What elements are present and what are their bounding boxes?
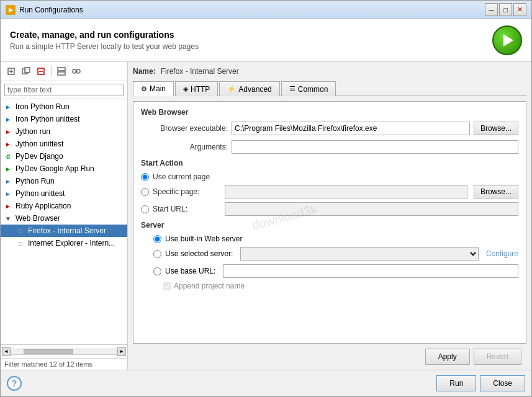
use-base-url-row: Use base URL: [141,264,518,278]
tree-item-pydev-django[interactable]: d PyDev Django [1,150,127,163]
use-builtin-label: Use built-in Web server [165,234,243,243]
base-url-input[interactable] [223,264,518,278]
run-icon-button[interactable] [492,25,522,55]
bottom-bar: Apply Revert [133,344,526,365]
jython-run-icon: ► [3,127,13,136]
browser-executable-input[interactable] [232,122,470,135]
run-configurations-window: ▶ Run Configurations ─ □ ✕ Create, manag… [0,0,532,397]
tree-item-web-browser[interactable]: ▼ Web Browser [1,212,127,225]
window-title: Run Configurations [19,6,83,14]
header-text: Create, manage, and run configurations R… [10,30,199,51]
start-url-label: Start URL: [153,205,221,213]
tree-item-python-run[interactable]: ► Python Run [1,175,127,187]
tree-item-pydev-google[interactable]: ► PyDev Google App Run [1,163,127,175]
tree-area[interactable]: ► Iron Python Run ► Iron Python unittest… [1,99,127,344]
common-tab-label: Common [298,85,328,94]
tree-item-jython-unittest[interactable]: ► Jython unittest [1,138,127,150]
start-action-group: Use current page Specific page: Browse..… [141,172,518,216]
close-button[interactable]: ✕ [513,3,526,16]
use-builtin-radio[interactable] [153,235,161,243]
tree-item-firefox-internal[interactable]: □ Firefox - Internal Server [1,225,127,237]
browse-specific-page-button[interactable]: Browse... [474,185,518,198]
web-browser-icon: ▼ [3,213,13,223]
use-current-page-radio[interactable] [141,173,149,181]
title-bar: ▶ Run Configurations ─ □ ✕ [1,1,531,19]
use-selected-row: Use selected server: Configure [141,247,518,261]
main-tab-label: Main [150,84,166,93]
tree-item-iron-python-run[interactable]: ► Iron Python Run [1,100,127,113]
tree-item-jython-run[interactable]: ► Jython run [1,125,127,138]
apply-button[interactable]: Apply [425,349,470,365]
link-selection-button[interactable] [70,65,83,78]
tree-item-ruby-application[interactable]: ► Ruby Application [1,200,127,212]
footer-right: Run Close [436,375,525,391]
use-base-url-label: Use base URL: [165,267,215,275]
start-action-section-title: Start Action [141,159,518,167]
scroll-left-button[interactable]: ◄ [2,347,11,356]
arguments-input[interactable] [232,140,518,154]
duplicate-config-button[interactable] [19,65,33,78]
start-url-input[interactable] [225,202,518,216]
run-button[interactable]: Run [436,375,476,391]
append-project-checkbox[interactable] [163,282,171,290]
collapse-all-button[interactable] [55,65,68,78]
browser-executable-row: Browser executable: Browse... [141,122,518,135]
iron-python-run-icon: ► [3,102,13,112]
right-panel: Name: Firefox - Internal Server ⚙ Main ◈… [128,62,531,370]
tree-item-iron-python-unittest[interactable]: ► Iron Python unittest [1,113,127,125]
horizontal-scrollbar[interactable] [11,349,117,355]
left-toolbar [1,62,127,81]
help-button[interactable]: ? [7,376,22,391]
new-config-button[interactable] [4,65,18,78]
close-footer-button[interactable]: Close [480,375,525,391]
advanced-tab-label: Advanced [238,85,271,94]
filter-input[interactable] [4,84,124,96]
specific-page-row: Specific page: Browse... [141,185,518,198]
filter-status: Filter matched 12 of 12 items [1,358,127,370]
ie-icon: □ [16,238,25,248]
web-browser-section-title: Web Browser [141,108,518,117]
browse-executable-button[interactable]: Browse... [474,122,518,135]
tab-advanced[interactable]: ⚡ Advanced [219,81,279,96]
specific-page-input[interactable] [225,185,467,198]
minimize-button[interactable]: ─ [485,3,498,16]
arguments-row: Arguments: [141,140,518,154]
configure-link[interactable]: Configure [486,249,518,258]
use-base-url-radio[interactable] [153,267,161,275]
append-project-row: Append project name [163,282,518,290]
firefox-internal-label: Firefox - Internal Server [28,226,106,235]
left-panel: ► Iron Python Run ► Iron Python unittest… [1,62,128,370]
tree-item-python-unittest[interactable]: ► Python unittest [1,187,127,200]
tab-http[interactable]: ◈ HTTP [175,81,218,96]
python-unittest-label: Python unittest [16,189,65,198]
specific-page-label: Specific page: [153,187,221,196]
tab-common[interactable]: ☰ Common [281,81,336,96]
server-section-title: Server [141,221,518,230]
iron-python-unittest-icon: ► [3,114,13,124]
tree-item-internet-explorer[interactable]: □ Internet Explorer - Intern... [1,237,127,249]
browser-executable-label: Browser executable: [141,124,228,133]
start-url-row: Start URL: [141,202,518,216]
window-controls: ─ □ ✕ [485,3,526,16]
use-current-page-row: Use current page [141,172,518,181]
horizontal-scrollbar-area: ◄ ► [1,344,127,358]
scroll-right-button[interactable]: ► [117,347,126,356]
python-run-icon: ► [3,176,13,186]
use-selected-radio[interactable] [153,250,161,258]
main-content: ► Iron Python Run ► Iron Python unittest… [1,62,531,370]
pydev-django-icon: d [3,151,13,161]
server-select[interactable] [240,247,479,261]
specific-page-radio[interactable] [141,188,149,196]
jython-unittest-label: Jython unittest [16,140,63,148]
ruby-application-icon: ► [3,201,13,211]
tab-main-content: download3k Web Browser Browser executabl… [133,101,526,344]
delete-config-button[interactable] [34,65,48,78]
maximize-button[interactable]: □ [499,3,512,16]
python-run-label: Python Run [16,177,55,185]
tab-main[interactable]: ⚙ Main [133,81,174,96]
start-url-radio[interactable] [141,205,149,213]
ie-label: Internet Explorer - Intern... [28,239,115,248]
revert-button[interactable]: Revert [474,349,521,365]
svg-rect-8 [58,72,65,75]
main-tab-icon: ⚙ [141,85,147,93]
